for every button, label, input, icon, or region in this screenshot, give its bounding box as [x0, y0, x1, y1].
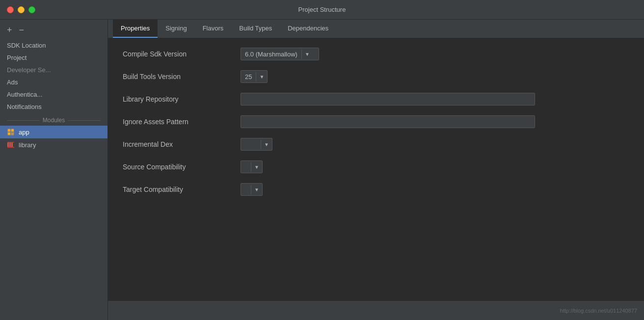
library-repository-label: Library Repository	[123, 95, 241, 103]
build-tools-version-row: Build Tools Version 25 ▼	[123, 69, 629, 84]
modules-section-label: Modules	[0, 113, 107, 126]
incremental-dex-value	[241, 142, 261, 146]
compile-sdk-version-arrow: ▼	[301, 50, 313, 59]
tab-build-types[interactable]: Build Types	[231, 20, 280, 38]
traffic-lights	[7, 6, 35, 13]
ignore-assets-pattern-input[interactable]	[241, 115, 535, 128]
library-module-icon	[7, 141, 15, 149]
tab-properties[interactable]: Properties	[113, 20, 158, 38]
ignore-assets-pattern-control	[241, 115, 535, 128]
incremental-dex-label: Incremental Dex	[123, 140, 241, 148]
svg-rect-2	[11, 129, 14, 132]
sidebar-toolbar: + −	[0, 23, 107, 39]
source-compatibility-control: ▼	[241, 160, 263, 173]
compile-sdk-version-row: Compile Sdk Version 6.0 (Marshmallow) ▼	[123, 46, 629, 62]
close-button[interactable]	[7, 6, 14, 13]
sidebar-item-library[interactable]: library	[0, 138, 107, 151]
svg-rect-8	[7, 147, 14, 148]
maximize-button[interactable]	[28, 6, 35, 13]
build-tools-version-value: 25	[241, 71, 256, 82]
build-tools-version-select[interactable]: 25 ▼	[241, 70, 268, 83]
source-compatibility-arrow: ▼	[251, 162, 262, 172]
ignore-assets-pattern-row: Ignore Assets Pattern	[123, 114, 629, 130]
bottom-bar: http://blog.csdn.net/u011240877	[108, 300, 644, 320]
compile-sdk-version-label: Compile Sdk Version	[123, 50, 241, 58]
source-compatibility-label: Source Compatibility	[123, 163, 241, 171]
app-module-icon	[7, 128, 15, 136]
content-area: Properties Signing Flavors Build Types D…	[108, 20, 644, 320]
library-module-label: library	[19, 141, 36, 149]
incremental-dex-select[interactable]: ▼	[241, 138, 272, 151]
incremental-dex-row: Incremental Dex ▼	[123, 136, 629, 152]
target-compatibility-control: ▼	[241, 183, 263, 196]
remove-module-button[interactable]: −	[18, 26, 26, 34]
title-bar: Project Structure	[0, 0, 644, 20]
sidebar-item-notifications[interactable]: Notifications	[0, 101, 107, 113]
tab-dependencies[interactable]: Dependencies	[280, 20, 336, 38]
tab-signing[interactable]: Signing	[158, 20, 194, 38]
sidebar-item-authentication[interactable]: Authentica...	[0, 88, 107, 101]
svg-rect-1	[8, 129, 10, 132]
sidebar-item-sdk-location[interactable]: SDK Location	[0, 39, 107, 52]
tab-flavors[interactable]: Flavors	[195, 20, 232, 38]
window-title: Project Structure	[298, 6, 346, 13]
ignore-assets-pattern-label: Ignore Assets Pattern	[123, 118, 241, 126]
library-repository-row: Library Repository	[123, 91, 629, 107]
target-compatibility-value	[241, 187, 251, 191]
svg-rect-9	[7, 142, 14, 143]
target-compatibility-label: Target Compatibility	[123, 186, 241, 193]
library-repository-control	[241, 93, 535, 106]
minimize-button[interactable]	[18, 6, 25, 13]
compile-sdk-version-value: 6.0 (Marshmallow)	[241, 49, 301, 60]
target-compatibility-select[interactable]: ▼	[241, 183, 263, 196]
build-tools-version-arrow: ▼	[256, 72, 267, 81]
sidebar-item-developer-services[interactable]: Developer Se...	[0, 64, 107, 76]
incremental-dex-control: ▼	[241, 138, 272, 151]
source-compatibility-value	[241, 165, 251, 169]
properties-form: Compile Sdk Version 6.0 (Marshmallow) ▼ …	[108, 38, 644, 300]
source-compatibility-row: Source Compatibility ▼	[123, 159, 629, 175]
svg-rect-7	[11, 142, 13, 147]
app-module-label: app	[19, 129, 29, 136]
sidebar-item-project[interactable]: Project	[0, 52, 107, 64]
compile-sdk-version-control: 6.0 (Marshmallow) ▼	[241, 48, 319, 60]
target-compatibility-arrow: ▼	[251, 185, 262, 194]
main-layout: + − SDK Location Project Developer Se...…	[0, 20, 644, 320]
sidebar-item-app[interactable]: app	[0, 126, 107, 138]
svg-rect-5	[7, 142, 9, 147]
sidebar-item-ads[interactable]: Ads	[0, 76, 107, 88]
incremental-dex-arrow: ▼	[261, 140, 272, 149]
target-compatibility-row: Target Compatibility ▼	[123, 182, 629, 197]
sidebar: + − SDK Location Project Developer Se...…	[0, 20, 108, 320]
library-repository-input[interactable]	[241, 93, 535, 106]
watermark-text: http://blog.csdn.net/u011240877	[560, 308, 637, 314]
build-tools-version-control: 25 ▼	[241, 70, 268, 83]
svg-rect-6	[9, 142, 11, 147]
svg-rect-4	[11, 133, 14, 135]
svg-rect-3	[8, 133, 10, 135]
tabs-bar: Properties Signing Flavors Build Types D…	[108, 20, 644, 38]
add-module-button[interactable]: +	[6, 26, 13, 34]
build-tools-version-label: Build Tools Version	[123, 73, 241, 80]
source-compatibility-select[interactable]: ▼	[241, 160, 263, 173]
compile-sdk-version-select[interactable]: 6.0 (Marshmallow) ▼	[241, 48, 319, 60]
